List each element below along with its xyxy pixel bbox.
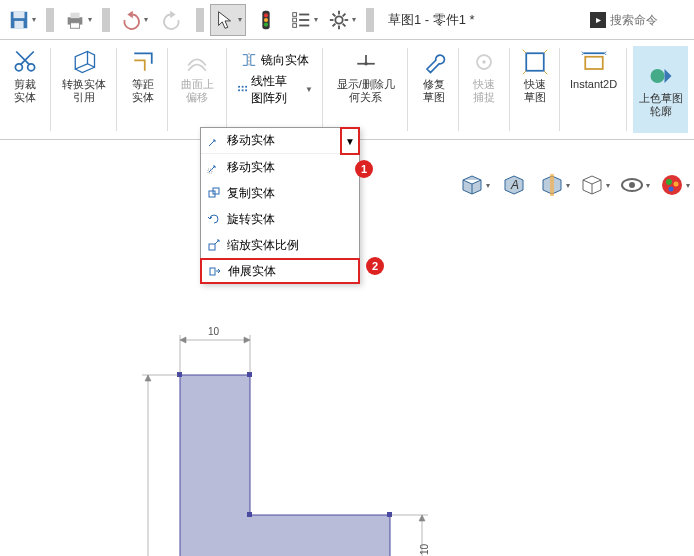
svg-rect-31 xyxy=(241,85,243,87)
search-icon: ▸ xyxy=(590,12,606,28)
quick-sketch-button[interactable]: 快速草图 xyxy=(516,46,555,106)
svg-point-38 xyxy=(364,62,368,66)
list-button[interactable] xyxy=(286,4,322,36)
shade-sketch-button[interactable]: 上色草图轮廓 xyxy=(633,46,688,133)
quick-snap-button: 快速捕捉 xyxy=(465,46,504,106)
svg-rect-61 xyxy=(387,512,392,517)
callout-2: 2 xyxy=(366,257,384,275)
svg-rect-32 xyxy=(245,85,247,87)
svg-rect-11 xyxy=(293,18,297,22)
menu-caret[interactable]: ▼ xyxy=(340,127,360,155)
redo-button[interactable] xyxy=(154,4,190,36)
view-section-button[interactable] xyxy=(538,170,570,200)
view-toolbar: A xyxy=(458,170,690,200)
select-tool-button[interactable] xyxy=(210,4,246,36)
quick-access-toolbar: 草图1 - 零件1 * ▸ xyxy=(0,0,694,40)
offset-entities-button[interactable]: 等距实体 xyxy=(123,46,162,106)
svg-rect-34 xyxy=(241,89,243,91)
svg-point-7 xyxy=(264,13,268,17)
convert-entities-button[interactable]: 转换实体引用 xyxy=(57,46,112,106)
svg-rect-42 xyxy=(585,57,603,69)
svg-point-57 xyxy=(668,187,673,192)
trim-entities-button[interactable]: 剪裁实体 xyxy=(6,46,45,106)
ribbon: 剪裁实体 转换实体引用 等距实体 曲面上偏移 镜向实体 线性草图阵列 ▼ xyxy=(0,40,694,140)
instant2d-button[interactable]: Instant2D xyxy=(566,46,621,93)
mirror-entities-button[interactable]: 镜向实体 xyxy=(237,46,313,75)
dim-right: 10 xyxy=(419,543,430,555)
linear-pattern-button[interactable]: 线性草图阵列 ▼ xyxy=(233,75,317,105)
callout-1: 1 xyxy=(355,160,373,178)
svg-rect-59 xyxy=(247,372,252,377)
svg-line-22 xyxy=(343,23,346,26)
dim-top: 10 xyxy=(208,326,220,337)
svg-rect-10 xyxy=(293,12,297,16)
svg-rect-12 xyxy=(293,23,297,27)
svg-point-54 xyxy=(662,175,682,195)
svg-point-56 xyxy=(673,182,678,187)
separator xyxy=(46,8,54,32)
traffic-light-icon[interactable] xyxy=(248,4,284,36)
move-entities-dropdown: 移动实体 ▼ 移动实体 复制实体 旋转实体 缩放实体比例 伸展实体 xyxy=(200,127,360,284)
chevron-down-icon: ▼ xyxy=(305,85,313,94)
svg-rect-33 xyxy=(238,89,240,91)
hide-show-button[interactable] xyxy=(618,170,650,200)
svg-rect-49 xyxy=(210,268,215,275)
save-button[interactable] xyxy=(4,4,40,36)
search-box[interactable]: ▸ xyxy=(590,12,690,28)
menu-header[interactable]: 移动实体 ▼ xyxy=(201,128,359,154)
svg-rect-51 xyxy=(550,174,554,196)
svg-rect-2 xyxy=(14,20,23,27)
svg-point-16 xyxy=(335,16,342,23)
menu-item-copy[interactable]: 复制实体 xyxy=(201,180,359,206)
svg-rect-30 xyxy=(238,85,240,87)
separator xyxy=(366,8,374,32)
svg-point-40 xyxy=(482,60,486,64)
display-relations-button[interactable]: 显示/删除几何关系 xyxy=(329,46,402,106)
svg-text:A: A xyxy=(510,178,519,192)
svg-rect-35 xyxy=(245,89,247,91)
menu-item-rotate[interactable]: 旋转实体 xyxy=(201,206,359,232)
svg-rect-1 xyxy=(14,11,25,17)
svg-rect-48 xyxy=(209,244,215,250)
svg-rect-5 xyxy=(70,22,79,28)
svg-point-9 xyxy=(264,22,268,26)
svg-line-23 xyxy=(333,23,336,26)
svg-point-55 xyxy=(666,179,672,185)
svg-point-8 xyxy=(264,17,268,21)
document-title: 草图1 - 零件1 * xyxy=(388,11,475,29)
separator xyxy=(196,8,204,32)
surface-offset-button: 曲面上偏移 xyxy=(174,46,221,106)
svg-point-44 xyxy=(650,69,664,83)
menu-item-scale[interactable]: 缩放实体比例 xyxy=(201,232,359,258)
undo-button[interactable] xyxy=(116,4,152,36)
separator xyxy=(102,8,110,32)
svg-rect-4 xyxy=(70,12,79,18)
display-style-button[interactable] xyxy=(578,170,610,200)
menu-item-move[interactable]: 移动实体 xyxy=(201,154,359,180)
repair-sketch-button[interactable]: 修复草图 xyxy=(414,46,453,106)
print-button[interactable] xyxy=(60,4,96,36)
view-font-button[interactable]: A xyxy=(498,170,530,200)
settings-button[interactable] xyxy=(324,4,360,36)
appearance-button[interactable] xyxy=(658,170,690,200)
svg-line-21 xyxy=(333,13,336,16)
svg-point-53 xyxy=(629,182,635,188)
sketch-drawing: 10 30 30 10 xyxy=(140,255,490,556)
svg-rect-41 xyxy=(526,53,544,71)
svg-rect-58 xyxy=(177,372,182,377)
svg-line-24 xyxy=(343,13,346,16)
menu-item-stretch[interactable]: 伸展实体 xyxy=(200,258,360,284)
search-input[interactable] xyxy=(610,13,690,27)
svg-rect-60 xyxy=(247,512,252,517)
view-orientation-button[interactable] xyxy=(458,170,490,200)
